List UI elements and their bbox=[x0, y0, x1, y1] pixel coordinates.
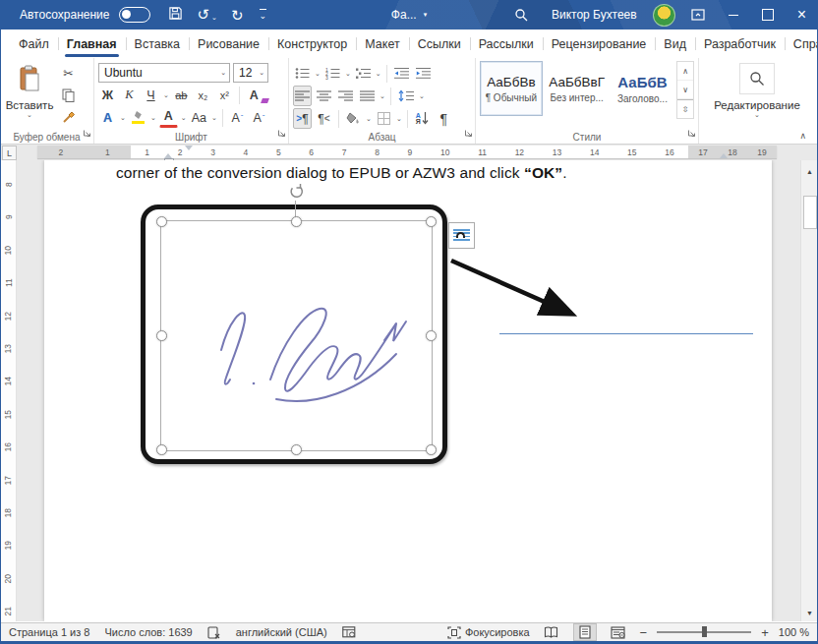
resize-handle-se[interactable] bbox=[426, 444, 437, 455]
language-indicator[interactable]: английский (США) bbox=[236, 626, 327, 638]
align-center-button[interactable] bbox=[315, 86, 333, 106]
resize-handle-n[interactable] bbox=[291, 216, 302, 227]
font-size-combo[interactable]: 12⌄ bbox=[233, 63, 268, 83]
tab-home[interactable]: Главная bbox=[58, 29, 126, 58]
multilevel-caret-icon[interactable]: ⌄ bbox=[376, 70, 381, 78]
scroll-up-icon[interactable]: ▲ bbox=[801, 168, 818, 175]
bold-button[interactable]: Ж bbox=[98, 85, 117, 105]
editing-button[interactable]: Редактирование ⌄ bbox=[703, 61, 811, 121]
superscript-button[interactable]: x² bbox=[215, 85, 234, 105]
borders-button[interactable] bbox=[375, 108, 393, 129]
selection-rect[interactable] bbox=[160, 220, 433, 451]
copy-icon[interactable] bbox=[59, 85, 78, 105]
document-title[interactable]: Фа... bbox=[391, 8, 417, 22]
resize-handle-ne[interactable] bbox=[426, 216, 437, 227]
font-color-caret-icon[interactable]: ⌄ bbox=[181, 114, 187, 122]
sort-button[interactable]: АЯ bbox=[413, 108, 432, 129]
tab-references[interactable]: Ссылки bbox=[409, 29, 470, 58]
resize-handle-sw[interactable] bbox=[156, 444, 167, 455]
decrease-indent-button[interactable] bbox=[392, 63, 411, 84]
styles-scroll-down-icon[interactable]: ∨ bbox=[677, 81, 693, 99]
change-case-button[interactable]: Аа bbox=[190, 107, 208, 128]
zoom-in-button[interactable]: + bbox=[761, 626, 769, 639]
zoom-slider-handle[interactable] bbox=[702, 626, 707, 637]
resize-handle-nw[interactable] bbox=[156, 216, 167, 227]
bullets-caret-icon[interactable]: ⌄ bbox=[315, 70, 321, 78]
search-icon[interactable] bbox=[502, 0, 540, 29]
maximize-button[interactable] bbox=[750, 0, 786, 29]
align-right-button[interactable] bbox=[336, 86, 355, 106]
tab-draw[interactable]: Рисование bbox=[189, 29, 268, 58]
align-left-button[interactable] bbox=[293, 86, 312, 106]
rotate-handle-icon[interactable] bbox=[287, 183, 305, 205]
styles-dialog-launcher-icon[interactable] bbox=[687, 124, 696, 142]
first-line-indent-marker[interactable] bbox=[185, 146, 193, 150]
tab-review[interactable]: Рецензирование bbox=[543, 29, 656, 58]
cut-icon[interactable]: ✂ bbox=[59, 63, 78, 84]
tab-selector[interactable]: L bbox=[2, 146, 17, 160]
right-indent-marker[interactable] bbox=[720, 153, 728, 158]
format-painter-icon[interactable] bbox=[59, 106, 78, 127]
ribbon-display-options-icon[interactable] bbox=[679, 0, 717, 29]
close-button[interactable]: × bbox=[786, 0, 818, 29]
print-layout-button[interactable] bbox=[573, 623, 597, 641]
account-name[interactable]: Виктор Бухтеев bbox=[540, 0, 649, 29]
borders-caret-icon[interactable]: ⌄ bbox=[396, 115, 402, 123]
tab-mailings[interactable]: Рассылки bbox=[470, 29, 543, 58]
avatar[interactable] bbox=[653, 4, 675, 27]
strikethrough-button[interactable]: ab bbox=[172, 85, 191, 105]
show-marks-button[interactable]: ¶ bbox=[435, 108, 453, 129]
styles-more-icon[interactable]: ⇳ bbox=[677, 99, 693, 118]
resize-handle-e[interactable] bbox=[426, 330, 437, 341]
font-dialog-launcher-icon[interactable] bbox=[277, 124, 286, 142]
tab-design[interactable]: Конструктор bbox=[268, 29, 356, 58]
paste-button[interactable]: Вставить ⌄ bbox=[4, 61, 55, 127]
underline-button[interactable]: Ч bbox=[142, 85, 160, 105]
tab-help[interactable]: Справка bbox=[785, 29, 818, 58]
proofing-icon[interactable] bbox=[207, 626, 221, 639]
multilevel-list-button[interactable] bbox=[354, 63, 373, 84]
font-name-combo[interactable]: Ubuntu⌄ bbox=[98, 63, 230, 83]
paragraph-dialog-launcher-icon[interactable] bbox=[464, 124, 473, 142]
clipboard-dialog-launcher-icon[interactable] bbox=[83, 124, 91, 142]
bullets-button[interactable] bbox=[293, 63, 312, 84]
scroll-down-icon[interactable]: ▼ bbox=[801, 610, 818, 616]
style-normal[interactable]: АаБбВв ¶ Обычный bbox=[480, 61, 543, 116]
font-color-button[interactable]: А bbox=[159, 107, 178, 128]
vertical-ruler[interactable]: 89101112131415161718192021 bbox=[0, 160, 17, 621]
line-spacing-button[interactable] bbox=[396, 86, 416, 106]
resize-handle-s[interactable] bbox=[291, 444, 302, 455]
subscript-button[interactable]: x₂ bbox=[194, 85, 212, 105]
rtl-direction-button[interactable]: ¶< bbox=[315, 108, 333, 129]
web-layout-button[interactable] bbox=[607, 623, 630, 641]
horizontal-ruler[interactable]: 21 12345678910111213141516 171819 bbox=[37, 146, 777, 158]
italic-button[interactable]: К bbox=[120, 85, 139, 105]
resize-handle-w[interactable] bbox=[156, 330, 167, 341]
focus-mode-button[interactable]: Фокусировка bbox=[447, 626, 530, 639]
styles-scroll-up-icon[interactable]: ∧ bbox=[677, 62, 693, 81]
zoom-slider[interactable] bbox=[657, 631, 751, 633]
collapse-ribbon-icon[interactable]: ∧ bbox=[799, 131, 806, 141]
justify-caret-icon[interactable]: ⌄ bbox=[380, 92, 385, 100]
text-effects-caret-icon[interactable]: ⌄ bbox=[120, 114, 126, 122]
signature-line[interactable] bbox=[499, 333, 753, 334]
tab-file[interactable]: Файл bbox=[10, 29, 58, 58]
highlight-button[interactable] bbox=[129, 107, 147, 128]
style-no-spacing[interactable]: АаБбВвГ Без интер... bbox=[546, 61, 609, 116]
line-spacing-caret-icon[interactable]: ⌄ bbox=[419, 92, 425, 100]
text-effects-button[interactable]: А bbox=[98, 107, 117, 128]
tab-insert[interactable]: Вставка bbox=[126, 29, 189, 58]
style-heading1[interactable]: АаБбВ Заголово... bbox=[612, 61, 674, 116]
numbering-caret-icon[interactable]: ⌄ bbox=[345, 70, 351, 78]
ltr-direction-button[interactable]: >¶ bbox=[293, 108, 312, 129]
justify-button[interactable] bbox=[358, 86, 377, 106]
word-count[interactable]: Число слов: 1639 bbox=[104, 626, 192, 638]
tab-layout[interactable]: Макет bbox=[356, 29, 408, 58]
vertical-scrollbar[interactable]: ▲ ▼ bbox=[800, 160, 818, 621]
scroll-thumb[interactable] bbox=[803, 196, 817, 229]
change-case-caret-icon[interactable]: ⌄ bbox=[211, 114, 217, 122]
shading-caret-icon[interactable]: ⌄ bbox=[366, 115, 372, 123]
tab-view[interactable]: Вид bbox=[655, 29, 695, 58]
clear-formatting-button[interactable]: А bbox=[245, 85, 263, 105]
zoom-level[interactable]: 100 % bbox=[779, 626, 809, 638]
